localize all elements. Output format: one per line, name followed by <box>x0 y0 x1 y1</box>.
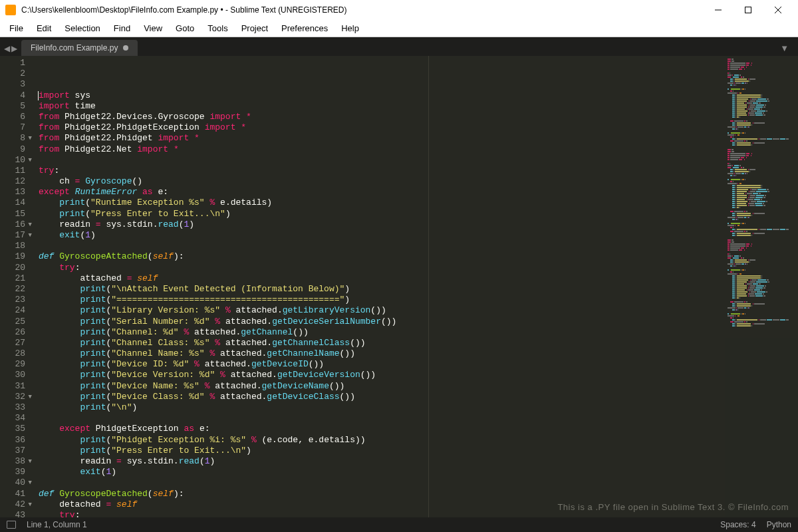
line-number[interactable]: 35 <box>0 424 32 434</box>
code-line[interactable]: except PhidgetException as e: <box>39 424 725 434</box>
menu-goto[interactable]: Goto <box>169 21 201 36</box>
panel-switch-icon[interactable] <box>7 521 16 529</box>
code-line[interactable]: print("=================================… <box>39 295 725 305</box>
line-number[interactable]: 31 <box>0 381 32 392</box>
menu-help[interactable]: Help <box>334 21 366 36</box>
line-number[interactable]: 39 <box>0 467 32 477</box>
code-line[interactable]: try: <box>39 166 725 176</box>
line-number[interactable]: 26 <box>0 327 32 338</box>
code-line[interactable]: attached = self <box>39 273 725 284</box>
code-line[interactable]: print("Press Enter to Exit...\n") <box>39 446 725 456</box>
code-line[interactable]: exit(1) <box>39 230 725 241</box>
code-line[interactable]: print("Press Enter to Exit...\n") <box>39 209 725 219</box>
menu-find[interactable]: Find <box>107 21 137 36</box>
code-line[interactable]: def GyroscopeDetached(self): <box>39 489 725 499</box>
code-line[interactable]: print("\nAttach Event Detected (Informat… <box>39 284 725 295</box>
line-number[interactable]: 29 <box>0 359 32 370</box>
code-line[interactable]: print("Device Class: %d" % attached.getD… <box>39 392 725 402</box>
code-line[interactable] <box>39 413 725 424</box>
line-number[interactable]: 9 <box>0 144 32 155</box>
line-number[interactable]: 7 <box>0 122 32 133</box>
line-number[interactable]: 3 <box>0 79 32 90</box>
line-number[interactable]: 38▼ <box>0 456 32 467</box>
line-number[interactable]: 4 <box>0 90 32 101</box>
code-line[interactable]: except RuntimeError as e: <box>39 187 725 198</box>
fold-icon[interactable]: ▼ <box>27 155 32 166</box>
fold-icon[interactable]: ▼ <box>27 499 32 510</box>
tabs-dropdown-icon[interactable]: ▼ <box>775 41 794 56</box>
code-line[interactable]: from Phidget22.Devices.Gyroscope import … <box>39 112 725 122</box>
gutter[interactable]: 12345678▼910▼111213141516▼17▼18192021222… <box>0 56 35 517</box>
code-line[interactable] <box>39 477 725 488</box>
code-line[interactable]: print("\n") <box>39 402 725 413</box>
nav-forward-icon[interactable]: ▶ <box>11 44 17 53</box>
line-number[interactable]: 28 <box>0 348 32 359</box>
code-line[interactable]: print("Runtime Exception %s" % e.details… <box>39 198 725 208</box>
code-line[interactable]: from Phidget22.PhidgetException import * <box>39 122 725 133</box>
code-line[interactable]: import sys <box>39 90 725 101</box>
line-number[interactable]: 12 <box>0 176 32 187</box>
status-spaces[interactable]: Spaces: 4 <box>720 520 755 529</box>
code-line[interactable]: print("Channel Class: %s" % attached.get… <box>39 338 725 348</box>
code-line[interactable]: exit(1) <box>39 467 725 477</box>
code-line[interactable]: print("Serial Number: %d" % attached.get… <box>39 317 725 327</box>
menu-preferences[interactable]: Preferences <box>275 21 334 36</box>
line-number[interactable]: 2 <box>0 68 32 79</box>
line-number[interactable]: 27 <box>0 338 32 348</box>
menu-project[interactable]: Project <box>235 21 275 36</box>
menu-selection[interactable]: Selection <box>58 21 106 36</box>
line-number[interactable]: 32▼ <box>0 392 32 402</box>
fold-icon[interactable]: ▼ <box>27 219 32 230</box>
maximize-button[interactable] <box>733 0 763 20</box>
fold-icon[interactable]: ▼ <box>27 456 32 467</box>
close-button[interactable] <box>763 0 793 20</box>
line-number[interactable]: 24 <box>0 305 32 316</box>
code-line[interactable]: ch = Gyroscope() <box>39 176 725 187</box>
line-number[interactable]: 21 <box>0 273 32 284</box>
menu-tools[interactable]: Tools <box>201 21 234 36</box>
code-line[interactable]: print("Phidget Exception %i: %s" % (e.co… <box>39 435 725 446</box>
status-language[interactable]: Python <box>767 520 791 529</box>
line-number[interactable]: 6 <box>0 112 32 122</box>
code-line[interactable]: print("Channel: %d" % attached.getChanne… <box>39 327 725 338</box>
code-line[interactable]: print("Library Version: %s" % attached.g… <box>39 305 725 316</box>
line-number[interactable]: 42▼ <box>0 499 32 510</box>
line-number[interactable]: 19 <box>0 251 32 262</box>
line-number[interactable]: 30 <box>0 370 32 380</box>
code-line[interactable] <box>39 241 725 251</box>
line-number[interactable]: 41 <box>0 489 32 499</box>
code-line[interactable]: print("Channel Name: %s" % attached.getC… <box>39 348 725 359</box>
code-line[interactable] <box>39 155 725 166</box>
line-number[interactable]: 10▼ <box>0 155 32 166</box>
line-number[interactable]: 1 <box>0 58 32 68</box>
tab-file[interactable]: FileInfo.com Example.py <box>21 40 138 56</box>
line-number[interactable]: 36 <box>0 435 32 446</box>
code-area[interactable]: import sysimport timefrom Phidget22.Devi… <box>35 56 725 517</box>
line-number[interactable]: 13 <box>0 187 32 198</box>
line-number[interactable]: 23 <box>0 295 32 305</box>
minimap[interactable] <box>725 56 798 517</box>
line-number[interactable]: 8▼ <box>0 133 32 144</box>
line-number[interactable]: 40▼ <box>0 477 32 488</box>
status-position[interactable]: Line 1, Column 1 <box>27 520 87 529</box>
line-number[interactable]: 34 <box>0 413 32 424</box>
line-number[interactable]: 37 <box>0 446 32 456</box>
code-line[interactable]: readin = sys.stdin.read(1) <box>39 456 725 467</box>
fold-icon[interactable]: ▼ <box>27 392 32 402</box>
fold-icon[interactable]: ▼ <box>27 230 32 241</box>
line-number[interactable]: 20 <box>0 263 32 273</box>
line-number[interactable]: 16▼ <box>0 219 32 230</box>
line-number[interactable]: 17▼ <box>0 230 32 241</box>
line-number[interactable]: 14 <box>0 198 32 208</box>
code-line[interactable]: try: <box>39 263 725 273</box>
code-line[interactable]: print("Device ID: %d" % attached.getDevi… <box>39 359 725 370</box>
menu-file[interactable]: File <box>3 21 30 36</box>
menu-edit[interactable]: Edit <box>30 21 58 36</box>
code-line[interactable]: print("Device Name: %s" % attached.getDe… <box>39 381 725 392</box>
fold-icon[interactable]: ▼ <box>27 477 32 488</box>
minimize-button[interactable] <box>703 0 733 20</box>
line-number[interactable]: 25 <box>0 317 32 327</box>
code-line[interactable]: readin = sys.stdin.read(1) <box>39 219 725 230</box>
line-number[interactable]: 22 <box>0 284 32 295</box>
line-number[interactable]: 11 <box>0 166 32 176</box>
